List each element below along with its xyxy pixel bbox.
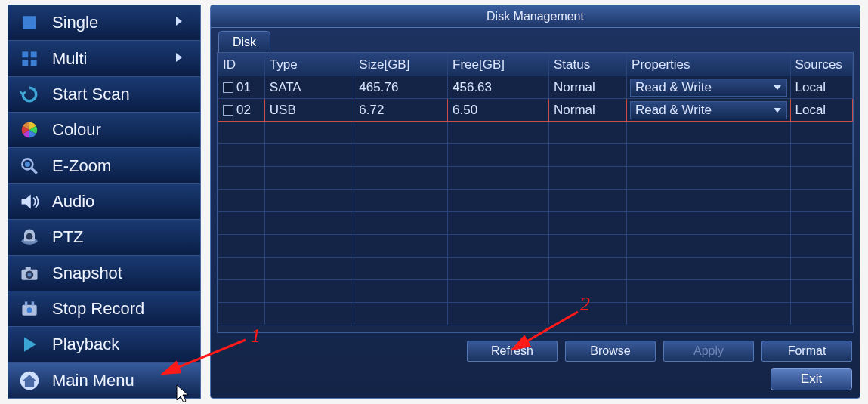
action-button-row: Refresh Browse Apply Format: [211, 338, 860, 365]
scan-icon: [17, 82, 42, 106]
svg-rect-3: [22, 60, 28, 66]
table-row-empty: [218, 280, 853, 303]
table-row-empty: [218, 212, 853, 235]
empty-cell: [448, 212, 549, 235]
sidebar-item-ptz[interactable]: PTZ: [8, 220, 200, 255]
table-row-empty: [218, 122, 853, 144]
submenu-arrow-icon: [175, 51, 184, 66]
speaker-icon: [17, 190, 42, 214]
empty-cell: [354, 122, 448, 144]
tab-disk[interactable]: Disk: [218, 31, 270, 52]
sidebar-item-colour[interactable]: Colour: [8, 113, 200, 148]
properties-value: Read & Write: [635, 80, 712, 95]
col-header: Properties: [627, 54, 790, 76]
sidebar-item-audio[interactable]: Audio: [8, 184, 200, 220]
empty-cell: [218, 280, 265, 303]
cell-id: 02: [218, 99, 265, 122]
col-header: Size[GB]: [354, 54, 448, 76]
cell-type: SATA: [264, 76, 354, 99]
empty-cell: [218, 190, 265, 212]
empty-cell: [354, 235, 448, 258]
annotation-label-1: 1: [251, 325, 261, 347]
id-value: 01: [236, 80, 251, 94]
table-row-empty: [218, 167, 853, 190]
sidebar-item-multi[interactable]: Multi: [8, 41, 200, 76]
table-row-empty: [218, 258, 853, 280]
sidebar-item-snapshot[interactable]: Snapshot: [8, 256, 200, 291]
empty-cell: [448, 122, 549, 144]
empty-cell: [354, 280, 448, 303]
empty-cell: [218, 144, 265, 167]
empty-cell: [549, 235, 627, 258]
disk-management-panel: Disk Management Disk IDTypeSize[GB]Free[…: [210, 5, 860, 399]
table-row[interactable]: 01SATA465.76456.63NormalRead & WriteLoca…: [218, 76, 853, 99]
single-view-icon: [17, 11, 42, 35]
empty-cell: [549, 212, 627, 235]
mouse-cursor-icon: [175, 384, 190, 403]
cell-properties: Read & Write: [627, 99, 790, 122]
browse-button[interactable]: Browse: [565, 341, 656, 362]
sidebar-item-label: Colour: [52, 120, 101, 140]
empty-cell: [549, 167, 627, 190]
col-header: Type: [264, 54, 354, 76]
empty-cell: [354, 167, 448, 190]
cell-properties: Read & Write: [627, 76, 790, 99]
empty-cell: [354, 212, 448, 235]
properties-select[interactable]: Read & Write: [630, 79, 786, 97]
sidebar-item-label: Playback: [52, 335, 119, 354]
empty-cell: [790, 280, 853, 303]
multi-view-icon: [17, 47, 42, 71]
empty-cell: [354, 190, 448, 212]
svg-point-18: [27, 307, 32, 313]
svg-rect-0: [23, 16, 36, 29]
sidebar-item-e-zoom[interactable]: E-Zoom: [8, 148, 200, 183]
properties-select[interactable]: Read & Write: [630, 101, 786, 119]
exit-row: Exit: [211, 365, 860, 398]
empty-cell: [218, 303, 265, 325]
col-header: Free[GB]: [448, 54, 549, 76]
sidebar-item-stop-record[interactable]: Stop Record: [8, 291, 200, 327]
empty-cell: [448, 258, 549, 280]
table-row[interactable]: 02USB6.726.50NormalRead & WriteLocal: [218, 99, 853, 122]
format-button[interactable]: Format: [761, 341, 852, 362]
empty-cell: [448, 303, 549, 325]
exit-button[interactable]: Exit: [771, 368, 852, 390]
cell-id: 01: [218, 76, 265, 99]
cell-sources: Local: [790, 99, 853, 122]
refresh-button[interactable]: Refresh: [467, 341, 558, 362]
empty-cell: [627, 122, 790, 144]
empty-cell: [448, 144, 549, 167]
empty-cell: [549, 144, 627, 167]
empty-cell: [264, 212, 354, 235]
empty-cell: [448, 190, 549, 212]
row-checkbox[interactable]: [223, 105, 233, 116]
empty-cell: [790, 212, 853, 235]
sidebar-item-playback[interactable]: Playback: [8, 327, 200, 362]
sidebar-item-label: Start Scan: [52, 85, 130, 104]
empty-cell: [218, 258, 265, 280]
tab-row: Disk: [211, 28, 860, 52]
empty-cell: [627, 258, 790, 280]
apply-button[interactable]: Apply: [663, 341, 754, 362]
submenu-arrow-icon: [175, 15, 184, 30]
empty-cell: [790, 167, 853, 190]
home-icon: [17, 369, 42, 393]
sidebar-item-label: Audio: [52, 192, 94, 211]
id-value: 02: [236, 103, 251, 117]
empty-cell: [264, 144, 354, 167]
empty-cell: [790, 303, 853, 325]
cell-sources: Local: [790, 76, 853, 99]
sidebar-item-single[interactable]: Single: [8, 5, 200, 41]
play-icon: [17, 332, 42, 356]
empty-cell: [627, 144, 790, 167]
empty-cell: [218, 167, 265, 190]
empty-cell: [354, 258, 448, 280]
disk-table: IDTypeSize[GB]Free[GB]StatusPropertiesSo…: [218, 53, 853, 325]
cell-size: 465.76: [354, 76, 448, 99]
record-icon: [17, 297, 42, 321]
sidebar-item-start-scan[interactable]: Start Scan: [8, 77, 200, 113]
empty-cell: [448, 167, 549, 190]
empty-cell: [790, 235, 853, 258]
row-checkbox[interactable]: [223, 82, 233, 93]
sidebar-item-main-menu[interactable]: Main Menu: [8, 363, 200, 398]
